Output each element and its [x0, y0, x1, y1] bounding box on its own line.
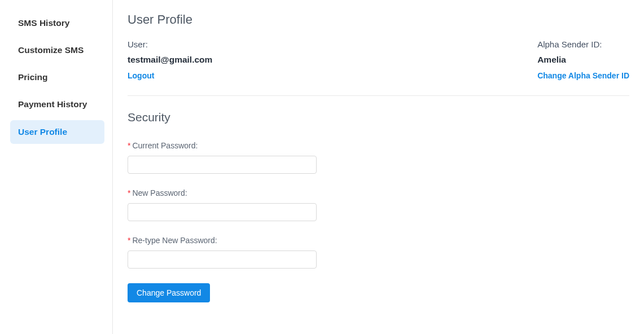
sidebar-item-pricing[interactable]: Pricing: [10, 65, 104, 89]
new-password-input[interactable]: [128, 203, 317, 221]
new-password-group: *New Password:: [128, 188, 629, 221]
sidebar-item-payment-history[interactable]: Payment History: [10, 93, 104, 116]
new-password-label-text: New Password:: [132, 188, 187, 197]
retype-password-label-text: Re-type New Password:: [132, 236, 217, 245]
sidebar-item-customize-sms[interactable]: Customize SMS: [10, 38, 104, 62]
retype-password-label: *Re-type New Password:: [128, 236, 629, 245]
main-content: User Profile User: testmail@gmail.com Lo…: [113, 0, 644, 334]
required-asterisk: *: [128, 188, 130, 197]
alpha-sender-label: Alpha Sender ID:: [537, 39, 629, 49]
retype-password-group: *Re-type New Password:: [128, 236, 629, 269]
user-info-block: User: testmail@gmail.com Logout: [128, 39, 212, 81]
page-title: User Profile: [128, 12, 629, 27]
new-password-label: *New Password:: [128, 188, 629, 197]
user-email: testmail@gmail.com: [128, 55, 212, 65]
current-password-group: *Current Password:: [128, 141, 629, 174]
change-password-button[interactable]: Change Password: [128, 283, 210, 302]
sidebar-item-sms-history[interactable]: SMS History: [10, 11, 104, 35]
sidebar-item-user-profile[interactable]: User Profile: [10, 120, 104, 144]
alpha-sender-block: Alpha Sender ID: Amelia Change Alpha Sen…: [537, 39, 629, 81]
change-alpha-sender-link[interactable]: Change Alpha Sender ID: [537, 71, 629, 80]
security-title: Security: [128, 111, 629, 124]
sidebar: SMS History Customize SMS Pricing Paymen…: [0, 0, 113, 334]
current-password-label: *Current Password:: [128, 141, 629, 150]
required-asterisk: *: [128, 141, 130, 150]
required-asterisk: *: [128, 236, 130, 245]
alpha-sender-value: Amelia: [537, 55, 629, 65]
current-password-label-text: Current Password:: [132, 141, 198, 150]
logout-link[interactable]: Logout: [128, 71, 154, 80]
user-label: User:: [128, 39, 212, 49]
current-password-input[interactable]: [128, 156, 317, 174]
retype-password-input[interactable]: [128, 250, 317, 269]
profile-info-row: User: testmail@gmail.com Logout Alpha Se…: [128, 39, 629, 96]
